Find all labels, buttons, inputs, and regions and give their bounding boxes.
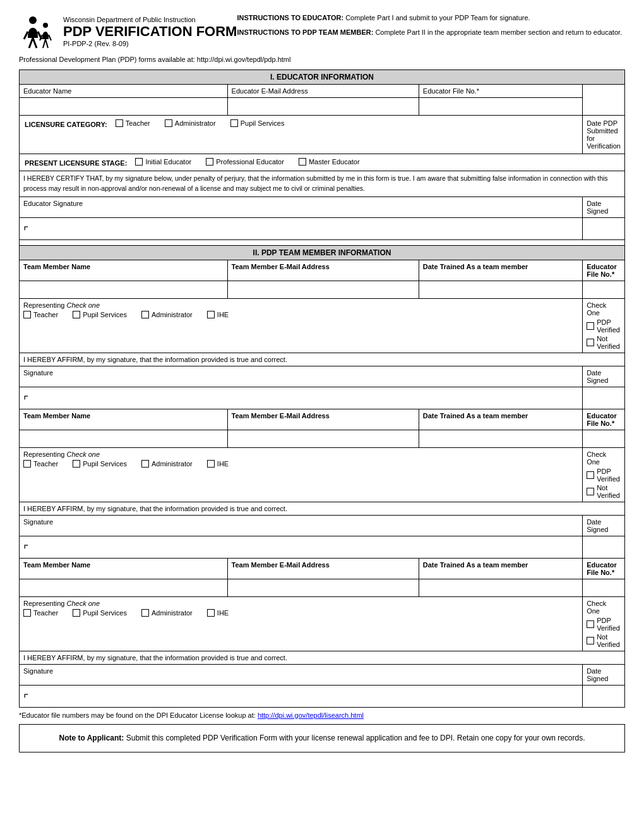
tm3-file-field[interactable] — [583, 579, 625, 596]
tm2-date-signed-label: Date Signed — [583, 515, 625, 536]
tm2-affirm-row: I HEREBY AFFIRM, by my signature, that t… — [20, 502, 625, 515]
administrator-checkbox[interactable] — [165, 119, 172, 127]
tm1-admin-checkbox[interactable] — [141, 311, 149, 318]
educator-name-label: Educator Name — [20, 85, 228, 98]
professional-educator-checkbox[interactable] — [206, 158, 213, 166]
tm3-not-verified-label: Not Verified — [597, 633, 621, 648]
pdp-url: Professional Development Plan (PDP) form… — [19, 56, 625, 63]
tm3-pdp-verified-checkbox[interactable] — [587, 620, 594, 628]
teacher-checkbox[interactable] — [116, 119, 123, 127]
tm2-not-verified-label: Not Verified — [597, 484, 621, 499]
team-member-3-labels-row: Team Member Name Team Member E-Mail Addr… — [20, 558, 625, 579]
tm3-pdp-verified-label: PDP Verified — [597, 617, 621, 632]
administrator-checkbox-item: Administrator — [165, 119, 216, 127]
tm3-teacher-label: Teacher — [33, 609, 58, 617]
instr-team-text: Complete Part II in the appropriate team… — [375, 28, 622, 36]
svg-line-5 — [33, 38, 37, 48]
tm1-date-signed-field[interactable] — [583, 387, 625, 409]
spacer-row — [20, 239, 625, 245]
tm2-file-field[interactable] — [583, 430, 625, 447]
tm2-date-signed-field[interactable] — [583, 536, 625, 558]
tm2-ihe-checkbox[interactable] — [207, 460, 215, 468]
tm2-sig-field[interactable]: ⌜ — [20, 536, 583, 558]
tm1-pupil-checkbox[interactable] — [73, 311, 80, 318]
tm3-email-field[interactable] — [227, 579, 419, 596]
note-box: Note to Applicant: Submit this completed… — [19, 724, 625, 752]
educator-name-field[interactable] — [20, 98, 228, 116]
tm3-pupil-checkbox[interactable] — [73, 609, 80, 617]
tm2-pupil-checkbox[interactable] — [73, 460, 80, 468]
initial-educator-label: Initial Educator — [145, 158, 191, 166]
tm1-name-field[interactable] — [20, 281, 228, 298]
tm1-pdp-verified-label: PDP Verified — [597, 318, 621, 334]
master-educator-checkbox[interactable] — [299, 158, 306, 166]
educator-file-field[interactable] — [419, 98, 582, 116]
tm1-file-field[interactable] — [583, 281, 625, 298]
teacher-label: Teacher — [126, 119, 150, 127]
tm2-teacher-checkbox[interactable] — [23, 460, 31, 468]
team-member-2-values-row — [20, 430, 625, 447]
initial-educator-checkbox[interactable] — [135, 158, 143, 166]
team-member-name-label-2: Team Member Name — [20, 409, 228, 430]
tm3-not-verified-checkbox[interactable] — [587, 637, 594, 644]
tm2-email-field[interactable] — [227, 430, 419, 447]
educator-signature-field[interactable]: ⌜ — [20, 217, 583, 239]
tm2-admin-checkbox[interactable] — [141, 460, 149, 468]
educator-email-field[interactable] — [227, 98, 419, 116]
tm2-pupil-label: Pupil Services — [83, 460, 127, 468]
dpi-logo — [19, 13, 57, 51]
footer-link[interactable]: http://dpi.wi.gov/tepdl/lisearch.html — [258, 711, 364, 719]
tm3-pupil-label: Pupil Services — [83, 609, 127, 617]
tm1-pdp-verified-checkbox[interactable] — [587, 322, 594, 330]
tm2-pdp-verified-label: PDP Verified — [597, 468, 621, 483]
educator-sig-labels-row: Educator Signature Date Signed — [20, 196, 625, 217]
tm2-pdp-verified-checkbox[interactable] — [587, 471, 594, 479]
form-subtitle: PI-PDP-2 (Rev. 8-09) — [63, 40, 237, 47]
tm2-date-field[interactable] — [419, 430, 582, 447]
date-signed-field-1[interactable] — [583, 217, 625, 239]
tm3-sig-field[interactable]: ⌜ — [20, 685, 583, 707]
educator-file-label: Educator File No.* — [419, 85, 582, 98]
educator-info-labels-row: Educator Name Educator E-Mail Address Ed… — [20, 85, 625, 98]
tm1-sig-field[interactable]: ⌜ — [20, 387, 583, 409]
tm3-date-signed-field[interactable] — [583, 685, 625, 707]
tm3-not-verified-item: Not Verified — [587, 633, 621, 648]
certify-row: I HEREBY CERTIFY THAT, by my signature b… — [20, 171, 625, 197]
tm1-ihe-checkbox[interactable] — [207, 311, 215, 318]
check-one-label-3: Check one — [67, 600, 100, 607]
master-educator-label: Master Educator — [309, 158, 360, 166]
professional-educator-checkbox-item: Professional Educator — [206, 158, 284, 166]
svg-line-10 — [45, 39, 48, 48]
master-educator-checkbox-item: Master Educator — [299, 158, 360, 166]
team-member-3-values-row — [20, 579, 625, 596]
tm1-teacher-checkbox-item: Teacher — [23, 311, 58, 318]
date-trained-label-1: Date Trained As a team member — [419, 260, 582, 281]
check-one-label-2: Check one — [67, 450, 100, 458]
svg-line-9 — [43, 39, 45, 48]
teacher-checkbox-item: Teacher — [116, 119, 150, 127]
tm3-admin-checkbox[interactable] — [141, 609, 149, 617]
tm2-sig-row: ⌜ — [20, 536, 625, 558]
tm1-email-field[interactable] — [227, 281, 419, 298]
tm2-sig-mark: ⌜ — [23, 543, 28, 556]
administrator-label: Administrator — [175, 119, 216, 127]
tm1-teacher-checkbox[interactable] — [23, 311, 31, 318]
tm3-representing-row: Representing Check one Teacher Pupil Ser… — [20, 596, 625, 651]
tm1-date-field[interactable] — [419, 281, 582, 298]
tm2-ihe-label: IHE — [217, 460, 229, 468]
tm3-ihe-checkbox[interactable] — [207, 609, 215, 617]
tm1-sig-row: ⌜ — [20, 387, 625, 409]
tm1-not-verified-item: Not Verified — [587, 335, 621, 350]
tm3-date-field[interactable] — [419, 579, 582, 596]
tm1-not-verified-checkbox[interactable] — [587, 339, 594, 346]
tm3-teacher-checkbox[interactable] — [23, 609, 31, 617]
tm2-name-field[interactable] — [20, 430, 228, 447]
tm3-ihe-label: IHE — [217, 609, 229, 617]
tm3-pupil-checkbox-item: Pupil Services — [73, 609, 127, 617]
tm2-not-verified-checkbox[interactable] — [587, 488, 594, 495]
tm3-name-field[interactable] — [20, 579, 228, 596]
date-pdp-label: Date PDP Submitted for Verification — [583, 116, 625, 154]
tm2-teacher-checkbox-item: Teacher — [23, 460, 58, 468]
pupil-services-checkbox[interactable] — [230, 119, 238, 127]
tm3-sig-label: Signature — [20, 664, 583, 685]
